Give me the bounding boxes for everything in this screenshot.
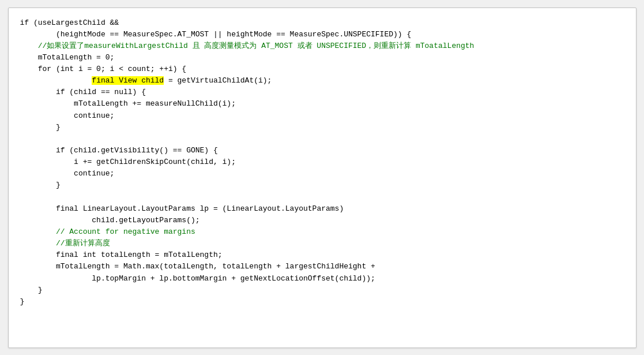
code-block: if (useLargestChild && (heightMode == Me… — [20, 17, 624, 308]
code-container: if (useLargestChild && (heightMode == Me… — [8, 8, 637, 348]
